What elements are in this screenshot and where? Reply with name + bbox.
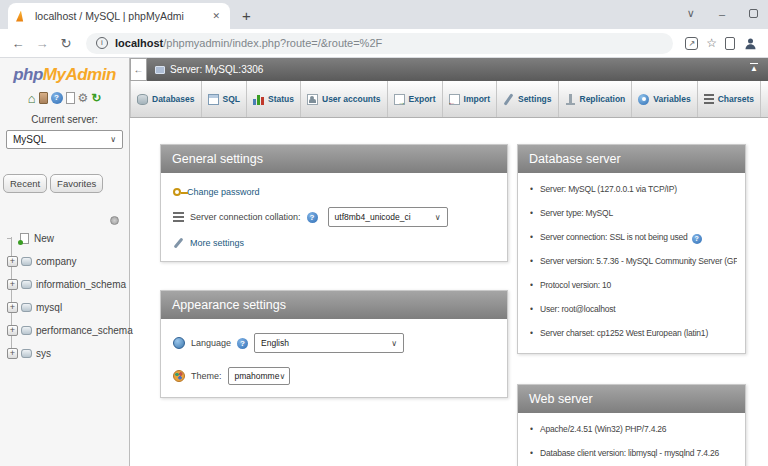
list-item: Server version: 5.7.36 - MySQL Community… <box>530 249 737 273</box>
home-icon[interactable]: ⌂ <box>28 92 36 105</box>
tree-item-new[interactable]: New <box>7 227 129 250</box>
back-icon[interactable]: ← <box>10 36 26 51</box>
database-icon <box>137 94 148 105</box>
logout-icon[interactable] <box>39 92 48 104</box>
tab-databases[interactable]: Databases <box>130 81 202 117</box>
server-select[interactable]: MySQL ∨ <box>6 130 123 149</box>
browser-tabstrip: localhost / MySQL | phpMyAdmi ✕ + ∨ – <box>0 0 768 29</box>
expand-icon[interactable]: + <box>7 279 18 290</box>
expand-icon[interactable]: + <box>7 348 18 359</box>
wrench-icon <box>503 94 514 105</box>
collapse-navigation-button[interactable]: ← <box>130 58 147 81</box>
change-password-row: Change password <box>173 187 495 197</box>
list-item: Server connection: SSL is not being used… <box>530 225 737 249</box>
appearance-settings-panel: Appearance settings Language ? English ∨ <box>160 290 508 398</box>
documentation-icon[interactable] <box>66 92 75 104</box>
server-info-column: Database server Server: MySQL (127.0.0.1… <box>517 144 746 466</box>
tree-item-sys[interactable]: + sys <box>7 342 129 365</box>
expand-icon[interactable]: + <box>7 256 18 267</box>
database-tree: New + company + information_schema + mys… <box>7 227 129 365</box>
collation-help-icon[interactable]: ? <box>307 212 318 223</box>
tree-item-mysql[interactable]: + mysql <box>7 296 129 319</box>
phpmyadmin-logo[interactable]: phpMyAdmin <box>0 65 129 85</box>
tree-settings-icon[interactable] <box>110 216 119 225</box>
recent-button[interactable]: Recent <box>3 174 47 193</box>
tree-item-label[interactable]: information_schema <box>36 279 126 290</box>
language-help-icon[interactable]: ? <box>237 338 248 349</box>
server-breadcrumb-bar: ← Server: MySQL:3306 ▲ <box>130 58 768 81</box>
main-nav-tabs: Databases SQL Status User accounts Expor… <box>130 81 768 118</box>
tab-charsets[interactable]: Charsets <box>698 81 761 117</box>
collation-label: Server connection collation: <box>190 212 301 222</box>
tab-user-accounts[interactable]: User accounts <box>301 81 388 117</box>
tree-item-performance-schema[interactable]: + performance_schema <box>7 319 129 342</box>
database-icon <box>21 326 32 335</box>
url-path: /phpmyadmin/index.php?route=/&route=%2F <box>163 37 382 49</box>
list-item: Database client version: libmysql - mysq… <box>530 441 737 465</box>
theme-palette-icon <box>173 370 185 382</box>
tree-item-information-schema[interactable]: + information_schema <box>7 273 129 296</box>
side-panel-icon[interactable] <box>725 37 735 50</box>
tab-more[interactable]: ▼More <box>761 81 768 117</box>
expand-icon[interactable]: + <box>7 325 18 336</box>
tab-settings[interactable]: Settings <box>497 81 559 117</box>
collapse-menubar-icon[interactable]: ▲ <box>750 63 758 72</box>
collation-select[interactable]: utf8mb4_unicode_ci ∨ <box>328 207 448 227</box>
chevron-down-icon: ∨ <box>391 339 397 348</box>
address-bar[interactable]: i localhost/phpmyadmin/index.php?route=/… <box>86 33 673 54</box>
tab-status[interactable]: Status <box>247 81 301 117</box>
restore-window-button[interactable] <box>749 9 758 18</box>
tree-item-label[interactable]: sys <box>36 348 51 359</box>
profile-avatar[interactable] <box>743 36 758 51</box>
server-bar-label[interactable]: Server: MySQL:3306 <box>170 64 263 75</box>
import-icon <box>449 94 460 105</box>
browser-menu-chevron-icon[interactable]: ∨ <box>687 7 695 20</box>
tab-variables[interactable]: Variables <box>632 81 697 117</box>
database-icon <box>21 349 32 358</box>
browser-tab[interactable]: localhost / MySQL | phpMyAdmi ✕ <box>8 3 230 29</box>
tree-item-label[interactable]: company <box>36 256 77 267</box>
tree-item-label[interactable]: performance_schema <box>36 325 133 336</box>
tab-close-icon[interactable]: ✕ <box>210 9 222 23</box>
url-domain: localhost <box>115 37 163 49</box>
tree-item-label[interactable]: New <box>34 233 54 244</box>
share-icon[interactable]: ↗ <box>685 37 698 50</box>
browser-window: localhost / MySQL | phpMyAdmi ✕ + ∨ – ← … <box>0 0 768 466</box>
tab-sql[interactable]: SQL <box>202 81 247 117</box>
change-password-link[interactable]: Change password <box>187 187 260 197</box>
ssl-help-icon[interactable]: ? <box>692 234 702 244</box>
theme-select[interactable]: pmahomme ∨ <box>228 367 290 385</box>
chart-bars-icon <box>253 94 264 105</box>
minimize-button[interactable]: – <box>719 8 725 20</box>
window-controls: ∨ – <box>687 7 758 20</box>
tab-replication[interactable]: Replication <box>559 81 633 117</box>
list-item: Server type: MySQL <box>530 201 737 225</box>
language-select[interactable]: English ∨ <box>254 333 404 353</box>
url-text: localhost/phpmyadmin/index.php?route=/&r… <box>115 37 382 49</box>
settings-gear-icon[interactable]: ⚙ <box>78 92 89 104</box>
list-item: Server: MySQL (127.0.0.1 via TCP/IP) <box>530 177 737 201</box>
database-icon <box>21 257 32 266</box>
tree-connector <box>7 238 12 239</box>
charsets-list-icon <box>704 94 714 104</box>
reload-navigation-icon[interactable]: ↻ <box>91 92 101 104</box>
tab-export[interactable]: Export <box>388 81 443 117</box>
server-bar: Server: MySQL:3306 ▲ <box>147 58 768 81</box>
language-globe-icon <box>173 337 185 349</box>
bookmark-star-icon[interactable]: ☆ <box>706 36 717 50</box>
help-icon[interactable]: ? <box>51 92 63 104</box>
language-select-value: English <box>261 338 289 348</box>
new-tab-button[interactable]: + <box>242 8 251 23</box>
panel-title: Database server <box>518 145 745 173</box>
forward-icon[interactable]: → <box>34 36 50 51</box>
expand-icon[interactable]: + <box>7 302 18 313</box>
tree-item-company[interactable]: + company <box>7 250 129 273</box>
database-server-panel: Database server Server: MySQL (127.0.0.1… <box>517 144 746 354</box>
site-info-icon[interactable]: i <box>96 37 108 49</box>
reload-icon[interactable]: ↻ <box>58 36 74 51</box>
export-icon <box>394 94 405 105</box>
more-settings-link[interactable]: More settings <box>190 238 244 248</box>
tab-import[interactable]: Import <box>443 81 497 117</box>
tree-item-label[interactable]: mysql <box>36 302 62 313</box>
favorites-button[interactable]: Favorites <box>50 174 103 193</box>
